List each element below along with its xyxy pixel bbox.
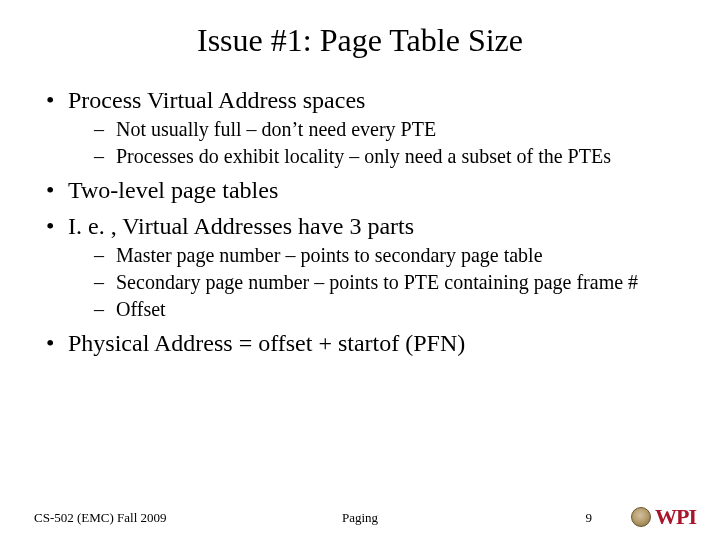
sub-list: Not usually full – don’t need every PTE …: [68, 117, 680, 169]
footer-center: Paging: [0, 510, 720, 526]
bullet-item: Physical Address = offset + startof (PFN…: [40, 328, 680, 358]
bullet-item: Process Virtual Address spaces Not usual…: [40, 85, 680, 169]
logo-seal-icon: [631, 507, 651, 527]
sub-item: Not usually full – don’t need every PTE: [68, 117, 680, 142]
sub-item: Secondary page number – points to PTE co…: [68, 270, 680, 295]
bullet-list: Process Virtual Address spaces Not usual…: [40, 85, 680, 358]
sub-item: Processes do exhibit locality – only nee…: [68, 144, 680, 169]
bullet-text: I. e. , Virtual Addresses have 3 parts: [68, 213, 414, 239]
slide: Issue #1: Page Table Size Process Virtua…: [0, 0, 720, 540]
sub-item: Offset: [68, 297, 680, 322]
logo-text: WPI: [655, 504, 696, 530]
slide-footer: CS-502 (EMC) Fall 2009 Paging 9 WPI: [0, 496, 720, 526]
sub-item: Master page number – points to secondary…: [68, 243, 680, 268]
bullet-item: I. e. , Virtual Addresses have 3 parts M…: [40, 211, 680, 322]
footer-page-number: 9: [586, 510, 593, 526]
bullet-text: Process Virtual Address spaces: [68, 87, 365, 113]
slide-title: Issue #1: Page Table Size: [0, 0, 720, 69]
bullet-item: Two-level page tables: [40, 175, 680, 205]
sub-list: Master page number – points to secondary…: [68, 243, 680, 322]
slide-content: Process Virtual Address spaces Not usual…: [0, 69, 720, 358]
wpi-logo: WPI: [631, 504, 696, 530]
